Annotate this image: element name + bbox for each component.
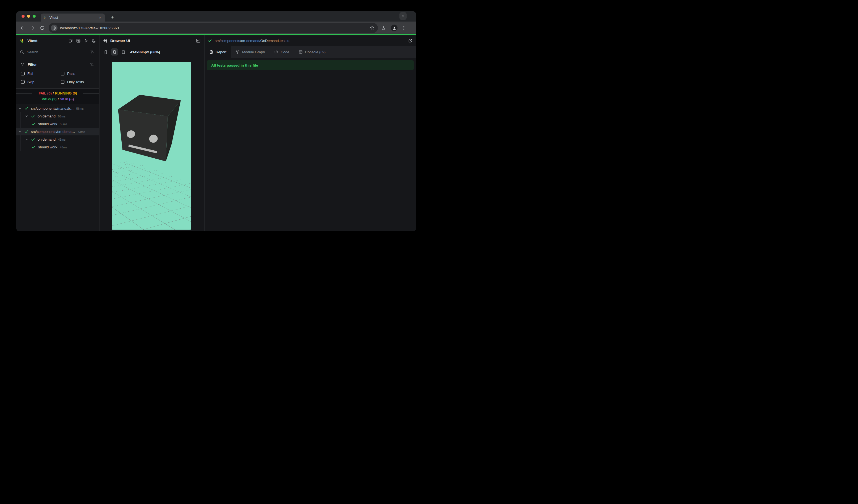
filter-checkbox-only-tests[interactable]: Only Tests: [61, 79, 99, 85]
tab-title: Vitest: [49, 16, 98, 20]
filter-title: Filter: [28, 63, 37, 67]
pass-check-icon: [31, 114, 35, 118]
skip-count: SKIP (--): [60, 97, 74, 101]
filter-header: Filter: [16, 61, 99, 68]
tree-guide: [27, 120, 27, 128]
chevron-down-icon[interactable]: [18, 107, 22, 110]
tab-code[interactable]: Code: [270, 46, 294, 58]
windows-stack-icon[interactable]: [68, 39, 73, 43]
experiments-flask-icon[interactable]: [382, 26, 387, 30]
test-status-summary: FAIL (0)/RUNNING (0) PASS (2)/SKIP (--): [16, 88, 99, 104]
search-input[interactable]: [27, 50, 82, 54]
report-panel: src/components/on-demand/OnDemand.test.t…: [205, 35, 416, 231]
zoom-out-viewport-button[interactable]: [120, 48, 127, 55]
tree-row-suite[interactable]: on demand 43ms: [16, 135, 99, 143]
test-duration: 55ms: [60, 122, 67, 126]
pass-check-icon: [32, 122, 36, 126]
clear-filter-icon[interactable]: [90, 50, 94, 54]
search-row: [16, 46, 99, 58]
browser-ui-panel: Browser UI: [99, 35, 205, 231]
report-tabs: Report Module Graph: [205, 46, 416, 58]
checkbox: [21, 72, 25, 76]
url-text: localhost:5173/#/?file=1828625563: [60, 26, 119, 30]
tree-guide: [20, 120, 20, 128]
fail-count: FAIL (0): [38, 91, 51, 95]
tree-row-file-selected[interactable]: src/components/on-dema… 43ms: [16, 128, 99, 135]
search-icon: [20, 50, 24, 54]
vitest-ui: Vitest: [16, 35, 416, 231]
back-button[interactable]: [20, 25, 25, 31]
test-duration: 56ms: [58, 114, 65, 118]
tree-row-suite[interactable]: on demand 56ms: [16, 112, 99, 120]
browser-tab-vitest[interactable]: Vitest ×: [41, 14, 105, 21]
sidebar: Vitest: [16, 35, 99, 231]
filter-checkbox-fail[interactable]: Fail: [21, 70, 61, 77]
new-tab-button[interactable]: +: [109, 14, 116, 21]
tab-search-button[interactable]: [399, 12, 407, 20]
screenshot-stage: Vitest × +: [0, 0, 429, 252]
chevron-down-icon[interactable]: [25, 137, 29, 141]
pass-check-icon: [32, 145, 36, 149]
browser-toolbar: localhost:5173/#/?file=1828625563: [16, 21, 416, 34]
browser-ui-header: Browser UI: [99, 35, 204, 46]
bookmark-star-icon[interactable]: [369, 26, 375, 30]
pass-count: PASS (2): [42, 97, 57, 101]
code-icon: [274, 50, 278, 54]
filter-checkbox-skip[interactable]: Skip: [21, 79, 61, 85]
sidebar-header: Vitest: [16, 35, 99, 46]
filter-options: Fail Pass Skip Only Tests: [21, 70, 99, 85]
filter-checkbox-pass[interactable]: Pass: [61, 70, 99, 77]
filter-section: Filter Fail Pass: [16, 58, 99, 88]
tree-row-test[interactable]: should work 43ms: [16, 143, 99, 151]
forward-button[interactable]: [30, 25, 35, 31]
chevron-down-icon[interactable]: [25, 114, 29, 118]
checkbox: [61, 72, 64, 76]
dashboard-icon[interactable]: [76, 39, 80, 43]
robot-cube-graphic: [112, 62, 191, 230]
pass-check-icon: [24, 130, 29, 134]
viewport-dimensions-label: 414x896px (68%): [130, 50, 160, 54]
report-content: All tests passed in this file: [205, 58, 416, 231]
tab-module-graph[interactable]: Module Graph: [231, 46, 270, 58]
minimize-window-button[interactable]: [27, 15, 30, 18]
zoom-in-viewport-button[interactable]: [111, 48, 118, 55]
chevron-down-icon[interactable]: [18, 130, 22, 133]
clipboard-icon: [209, 50, 213, 54]
test-tree: src/components/manual/… 56ms on demand 5…: [16, 104, 99, 151]
clear-filter-icon[interactable]: [90, 63, 94, 67]
sidebar-title: Vitest: [27, 39, 37, 43]
globe-icon: [103, 38, 108, 43]
pass-check-icon: [31, 137, 35, 142]
profile-avatar[interactable]: [391, 25, 397, 31]
chevron-down-icon: [401, 14, 405, 18]
checkbox: [61, 80, 64, 84]
close-window-button[interactable]: [21, 15, 25, 18]
test-duration: 43ms: [60, 145, 67, 149]
tree-guide: [20, 135, 20, 143]
maximize-window-button[interactable]: [33, 15, 36, 18]
reload-button[interactable]: [39, 25, 45, 31]
vitest-logo-icon: [20, 38, 25, 43]
tree-row-test[interactable]: should work 55ms: [16, 120, 99, 128]
tree-row-file[interactable]: src/components/manual/… 56ms: [16, 104, 99, 112]
open-external-icon[interactable]: [408, 39, 412, 43]
checkbox: [21, 80, 25, 84]
tab-console[interactable]: Console (69): [294, 46, 330, 58]
pass-check-icon: [24, 107, 29, 111]
dark-mode-moon-icon[interactable]: [92, 39, 96, 43]
url-bar[interactable]: localhost:5173/#/?file=1828625563: [49, 23, 378, 33]
browser-window: Vitest × +: [16, 11, 416, 231]
tab-close-icon[interactable]: ×: [98, 15, 102, 20]
run-all-icon[interactable]: [84, 39, 88, 43]
funnel-icon: [20, 63, 25, 67]
device-phone-button[interactable]: [102, 48, 109, 55]
dock-panel-icon[interactable]: [196, 38, 201, 43]
browser-menu-icon[interactable]: [402, 26, 406, 30]
device-toolbar: 414x896px (68%): [99, 46, 204, 58]
tab-report[interactable]: Report: [205, 46, 231, 58]
module-graph-icon: [236, 50, 240, 54]
tab-strip: Vitest × +: [16, 11, 416, 21]
test-duration: 43ms: [78, 130, 85, 133]
site-info-icon[interactable]: [51, 25, 58, 31]
all-tests-passed-banner: All tests passed in this file: [207, 60, 414, 70]
